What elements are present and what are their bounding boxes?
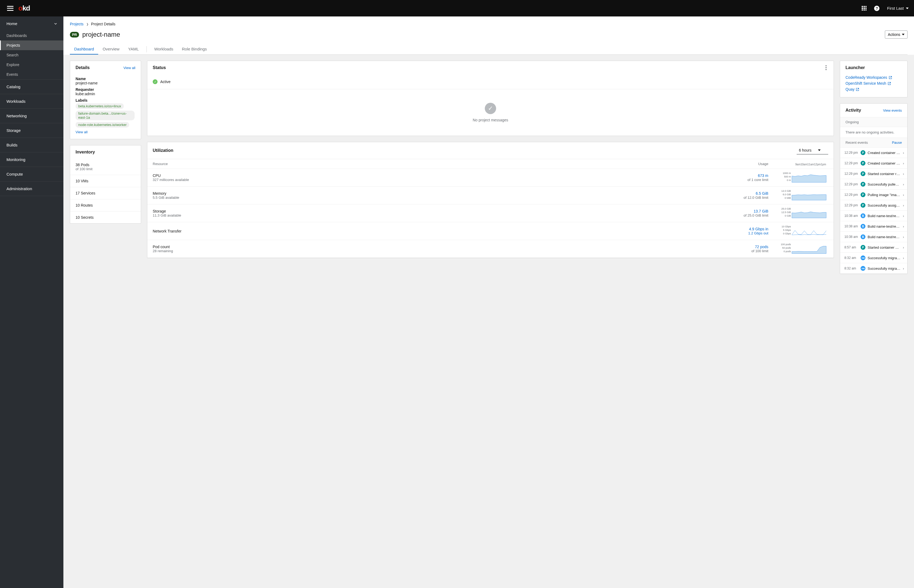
view-events-link[interactable]: View events (883, 108, 902, 113)
inventory-row[interactable]: 10 Routes (70, 199, 141, 211)
name-value: project-name (76, 81, 136, 85)
nav-section-builds[interactable]: Builds (0, 138, 63, 152)
resource-header: Resource (147, 159, 504, 169)
label-chip[interactable]: failure-domain.beta.../zone=us-east-1a (76, 111, 135, 120)
usage-value[interactable]: 673 m (758, 173, 768, 178)
label-chip[interactable]: node-role.kubernetes.io/worker (76, 122, 129, 128)
usage-sub: of 1 core limit (510, 178, 768, 182)
chevron-right-icon: › (903, 151, 904, 155)
external-link-icon (888, 82, 891, 85)
menu-toggle-icon[interactable] (7, 6, 13, 11)
sidebar: Home DashboardsProjectsSearchExploreEven… (0, 16, 63, 588)
chevron-right-icon: › (903, 235, 904, 239)
chevron-right-icon: › (903, 225, 904, 228)
page-title: project-name (82, 31, 120, 38)
nav-item-explore[interactable]: Explore (0, 60, 63, 69)
caret-down-icon (906, 8, 909, 9)
labels-view-all[interactable]: View all (76, 130, 88, 134)
event-row[interactable]: 12:29 pmPPulling image "image-re...› (840, 190, 907, 200)
tab-workloads[interactable]: Workloads (150, 44, 178, 55)
launcher-link[interactable]: CodeReady Workspaces (846, 74, 902, 81)
tab-overview[interactable]: Overview (98, 44, 124, 55)
event-row[interactable]: 12:29 pmPCreated container reacta...› (840, 147, 907, 158)
nav-section-monitoring[interactable]: Monitoring (0, 152, 63, 167)
main-content: Projects ❯ Project Details PR project-na… (63, 16, 914, 588)
actions-button[interactable]: Actions (885, 31, 908, 39)
resource-name: Network Transfer (153, 229, 499, 233)
nav-section-administration[interactable]: Administration (0, 181, 63, 196)
requester-value: kube:admin (76, 92, 136, 96)
nav-section-home[interactable]: Home (0, 16, 63, 31)
time-label: 11am (807, 163, 814, 166)
label-chip[interactable]: beta.kubernetes.io/os=linux (76, 103, 124, 109)
breadcrumb-parent[interactable]: Projects (70, 22, 84, 26)
details-view-all[interactable]: View all (123, 66, 136, 70)
event-text: Pulling image "image-re... (867, 193, 901, 197)
usage-sub: of 25.0 GiB limit (510, 213, 768, 217)
inventory-row[interactable]: 10 Secrets (70, 211, 141, 223)
usage-value[interactable]: 13.7 GiB (754, 209, 768, 213)
svg-text:1000 m: 1000 m (783, 172, 791, 174)
inventory-row[interactable]: 38 Podsof 100 limit (70, 159, 141, 175)
nav-section-storage[interactable]: Storage (0, 123, 63, 137)
svg-text:0 MiB: 0 MiB (785, 197, 791, 199)
time-range-select[interactable]: 6 hours (797, 147, 828, 155)
tab-yaml[interactable]: YAML (124, 44, 143, 55)
resource-sub: 327 millicores available (153, 178, 499, 182)
svg-text:6.0 GiB: 6.0 GiB (783, 193, 791, 196)
svg-text:50 pods: 50 pods (782, 247, 791, 249)
logo[interactable]: okd (18, 4, 30, 12)
event-row[interactable]: 12:29 pmPSuccessfully pulled imag...› (840, 179, 907, 190)
tabs: DashboardOverviewYAMLWorkloadsRole Bindi… (70, 44, 908, 55)
nav-item-dashboards[interactable]: Dashboards (0, 31, 63, 40)
event-row[interactable]: 8:57 amPStarted container appde...› (840, 242, 907, 253)
event-row[interactable]: 10:38 amBBuild name-test/react-we...› (840, 221, 907, 232)
usage-value[interactable]: 4.9 Gbps in (749, 227, 768, 231)
event-badge: P (861, 245, 866, 250)
event-badge: VM (861, 255, 866, 260)
event-row[interactable]: 12:29 pmPCreated container reacta...› (840, 158, 907, 169)
inventory-row[interactable]: 10 VMs (70, 175, 141, 187)
usage-value[interactable]: 6.5 GiB (756, 191, 768, 195)
app-launcher-icon[interactable] (862, 6, 867, 11)
nav-section-workloads[interactable]: Workloads (0, 94, 63, 108)
event-text: Created container reacta... (867, 151, 901, 155)
nav-item-search[interactable]: Search (0, 50, 63, 60)
utilization-row: Storage11.3 GiB available13.7 GiBof 25.0… (147, 204, 833, 222)
tab-role-bindings[interactable]: Role Bindings (178, 44, 211, 55)
tab-dashboard[interactable]: Dashboard (70, 44, 98, 55)
sparkline-chart: 1000 m500 m0 m (779, 171, 828, 183)
event-row[interactable]: 10:38 amBBuild name-test/react-we...› (840, 211, 907, 221)
usage-value[interactable]: 72 pods (755, 245, 768, 249)
event-row[interactable]: 8:32 amVMSuccessfully migrated V...› (840, 263, 907, 274)
help-icon[interactable]: ? (874, 6, 880, 11)
user-menu[interactable]: First Last (887, 6, 909, 11)
launcher-link[interactable]: Quay (846, 86, 902, 92)
usage-sub: 1.2 Gbps out (510, 231, 768, 235)
event-time: 12:29 pm (845, 172, 858, 176)
requester-label: Requester (76, 87, 136, 92)
pause-link[interactable]: Pause (892, 141, 902, 145)
event-text: Started container reacta... (867, 172, 901, 176)
event-row[interactable]: 10:38 amBBuild name-test/react-we...› (840, 232, 907, 242)
utilization-row: Network Transfer4.9 Gbps in1.2 Gbps out1… (147, 222, 833, 240)
event-row[interactable]: 12:29 pmPSuccessfully assigned ap...› (840, 200, 907, 211)
nav-section-networking[interactable]: Networking (0, 109, 63, 123)
inventory-row[interactable]: 17 Services (70, 187, 141, 199)
chevron-right-icon: › (903, 183, 904, 186)
event-row[interactable]: 12:29 pmPStarted container reacta...› (840, 169, 907, 179)
sparkline-chart: 10 Gbps5 Gbps0 Gbps (779, 225, 828, 236)
event-row[interactable]: 8:32 amVMSuccessfully migrated V...› (840, 253, 907, 263)
kebab-icon[interactable] (824, 65, 828, 70)
nav-section-catalog[interactable]: Catalog (0, 79, 63, 94)
launcher-link[interactable]: OpenShift Service Mesh (846, 81, 902, 86)
nav-item-events[interactable]: Events (0, 69, 63, 79)
chevron-right-icon: › (903, 193, 904, 197)
nav-section-compute[interactable]: Compute (0, 167, 63, 181)
external-link-icon (856, 88, 859, 91)
nav-item-projects[interactable]: Projects (0, 40, 63, 50)
event-badge: P (861, 182, 866, 187)
labels-label: Labels (76, 98, 136, 102)
launcher-card: Launcher CodeReady WorkspacesOpenShift S… (840, 61, 908, 97)
ongoing-label: Ongoing (846, 120, 859, 124)
